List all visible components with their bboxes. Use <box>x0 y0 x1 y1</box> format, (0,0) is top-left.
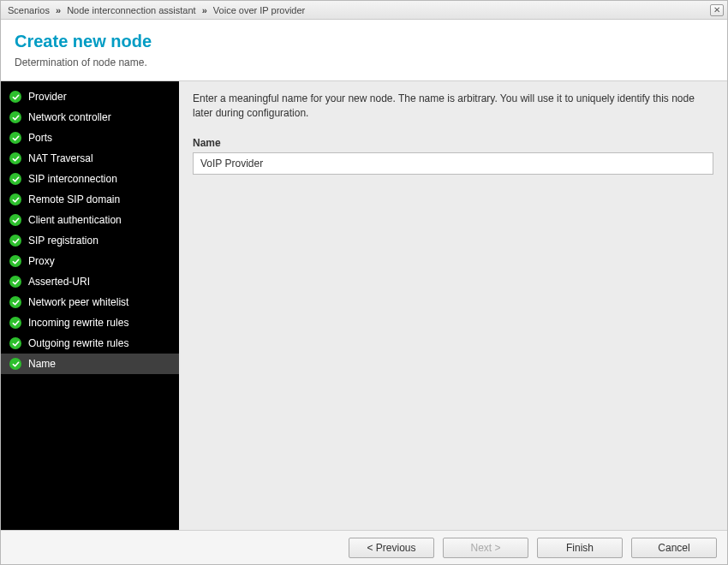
breadcrumb-item: Voice over IP provider <box>213 5 305 15</box>
check-icon <box>9 296 21 308</box>
sidebar-step-label: NAT Traversal <box>28 152 93 164</box>
sidebar-step-label: Client authentication <box>28 214 122 226</box>
name-field-label: Name <box>193 137 713 149</box>
sidebar-step-label: Name <box>28 358 56 370</box>
check-icon <box>9 235 21 247</box>
sidebar-step[interactable]: Proxy <box>1 251 179 271</box>
sidebar-step-label: Incoming rewrite rules <box>28 317 128 329</box>
wizard-window: Scenarios » Node interconnection assista… <box>0 0 728 565</box>
wizard-body: ProviderNetwork controllerPortsNAT Trave… <box>1 81 727 530</box>
sidebar-step[interactable]: Network controller <box>1 107 179 128</box>
step-sidebar: ProviderNetwork controllerPortsNAT Trave… <box>1 81 179 530</box>
sidebar-step[interactable]: Provider <box>1 86 179 107</box>
check-icon <box>9 317 21 329</box>
check-icon <box>9 276 21 288</box>
finish-button[interactable]: Finish <box>537 538 623 558</box>
check-icon <box>9 91 21 103</box>
check-icon <box>9 337 21 349</box>
check-icon <box>9 132 21 144</box>
breadcrumb-item: Node interconnection assistant <box>67 5 195 15</box>
sidebar-step[interactable]: Incoming rewrite rules <box>1 312 179 333</box>
check-icon <box>9 111 21 123</box>
sidebar-step[interactable]: Client authentication <box>1 210 179 230</box>
breadcrumb-item: Scenarios <box>8 5 50 15</box>
previous-button[interactable]: < Previous <box>349 538 434 558</box>
check-icon <box>9 193 21 205</box>
breadcrumb: Scenarios » Node interconnection assista… <box>8 5 710 15</box>
content-panel: Enter a meaningful name for your new nod… <box>179 81 727 530</box>
close-button[interactable]: ✕ <box>710 4 724 16</box>
sidebar-step[interactable]: Outgoing rewrite rules <box>1 333 179 354</box>
panel-description: Enter a meaningful name for your new nod… <box>193 92 713 122</box>
sidebar-step[interactable]: SIP interconnection <box>1 169 179 189</box>
cancel-button[interactable]: Cancel <box>631 538 717 558</box>
sidebar-step-label: Outgoing rewrite rules <box>28 337 128 349</box>
check-icon <box>9 214 21 226</box>
sidebar-step-label: Network controller <box>28 111 111 123</box>
sidebar-step[interactable]: NAT Traversal <box>1 148 179 169</box>
check-icon <box>9 358 21 370</box>
sidebar-step-label: Network peer whitelist <box>28 296 128 308</box>
breadcrumb-sep: » <box>56 5 61 15</box>
breadcrumb-sep: » <box>202 5 207 15</box>
sidebar-step-label: Proxy <box>28 255 55 267</box>
wizard-header: Create new node Determination of node na… <box>1 20 727 81</box>
close-icon: ✕ <box>713 5 720 15</box>
sidebar-step-label: SIP registration <box>28 235 98 247</box>
sidebar-step-label: SIP interconnection <box>28 173 117 185</box>
sidebar-step[interactable]: Remote SIP domain <box>1 189 179 210</box>
sidebar-step[interactable]: Ports <box>1 128 179 148</box>
titlebar: Scenarios » Node interconnection assista… <box>1 1 727 20</box>
sidebar-step-label: Provider <box>28 91 67 103</box>
sidebar-step-label: Asserted-URI <box>28 276 90 288</box>
sidebar-step[interactable]: Asserted-URI <box>1 271 179 292</box>
page-title: Create new node <box>15 32 713 51</box>
check-icon <box>9 255 21 267</box>
check-icon <box>9 173 21 185</box>
name-input[interactable] <box>193 152 713 175</box>
next-button[interactable]: Next > <box>443 538 528 558</box>
sidebar-step-label: Remote SIP domain <box>28 193 120 205</box>
sidebar-step-label: Ports <box>28 132 52 144</box>
page-subtitle: Determination of node name. <box>15 56 713 68</box>
check-icon <box>9 152 21 164</box>
wizard-footer: < Previous Next > Finish Cancel <box>1 530 727 564</box>
sidebar-step[interactable]: Name <box>1 354 179 374</box>
sidebar-step[interactable]: Network peer whitelist <box>1 292 179 312</box>
sidebar-step[interactable]: SIP registration <box>1 230 179 251</box>
